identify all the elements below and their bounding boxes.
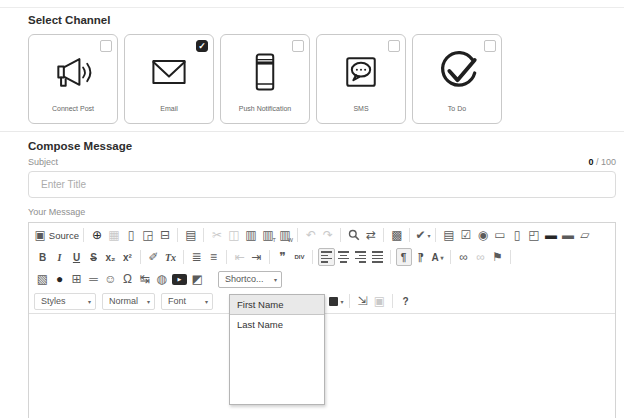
bulleted-list-icon[interactable]: ≡ — [206, 248, 222, 266]
align-left-icon[interactable] — [318, 248, 335, 266]
subject-input[interactable] — [28, 171, 616, 198]
flash-icon[interactable]: ● — [52, 270, 68, 288]
toolbar-separator — [435, 228, 436, 242]
channel-label: Push Notification — [221, 105, 309, 112]
format-dropdown[interactable]: Normal▾ — [102, 293, 155, 310]
spell-check-icon[interactable]: ✔▾ — [415, 226, 431, 244]
toolbar-separator — [140, 250, 141, 264]
special-character-icon[interactable]: Ω — [120, 270, 136, 288]
redo-icon: ↷ — [320, 226, 336, 244]
print-icon[interactable]: ⊟ — [157, 226, 173, 244]
toolbar-separator — [409, 228, 410, 242]
horizontal-line-icon[interactable]: ═ — [86, 270, 102, 288]
image2-icon[interactable]: ◩ — [190, 270, 206, 288]
toolbar-separator — [83, 228, 84, 242]
shortcode-dropdown[interactable]: Shortco...▾ — [218, 271, 282, 288]
blockquote-icon[interactable]: ❞ — [275, 248, 291, 266]
align-center-icon[interactable] — [336, 248, 352, 266]
smiley-icon[interactable]: ☺ — [103, 270, 119, 288]
table-icon[interactable]: ⊞ — [69, 270, 85, 288]
channel-label: Connect Post — [29, 105, 117, 112]
anchor-icon[interactable]: ⚑ — [490, 248, 506, 266]
decrease-indent-icon: ⇤ — [232, 248, 248, 266]
shortcode-option-first-name[interactable]: First Name — [230, 295, 324, 315]
channel-card-connect-post[interactable]: ✓ Connect Post — [28, 34, 118, 124]
subscript-button[interactable]: x₂ — [103, 248, 119, 266]
cut-icon: ✂ — [209, 226, 225, 244]
link-icon[interactable]: ∞ — [456, 248, 472, 266]
toolbar-separator — [183, 250, 184, 264]
checkbox-field-icon[interactable]: ☑ — [458, 226, 474, 244]
preview-icon[interactable]: ◲ — [140, 226, 156, 244]
iframe-icon[interactable]: ◍ — [154, 270, 170, 288]
channel-label: To Do — [413, 105, 501, 112]
check-circle-icon — [413, 43, 501, 101]
align-right-icon[interactable] — [353, 248, 369, 266]
channel-cards: ✓ Connect Post ✓ Email — [28, 34, 616, 124]
align-justify-icon[interactable] — [370, 248, 386, 266]
remove-format-button[interactable]: Tx — [163, 248, 179, 266]
strikethrough-button[interactable]: S — [86, 248, 102, 266]
char-counter: 0 / 100 — [588, 157, 616, 167]
your-message-label: Your Message — [28, 207, 616, 217]
youtube-icon[interactable]: ▶ — [172, 274, 187, 285]
underline-button[interactable]: U — [69, 248, 85, 266]
maximize-icon[interactable]: ⇲ — [355, 292, 371, 310]
copy-formatting-icon[interactable]: ✐ — [146, 248, 162, 266]
font-dropdown[interactable]: Font▾ — [161, 293, 213, 310]
toolbar-separator — [392, 294, 393, 308]
source-button[interactable]: ▣Source — [35, 226, 79, 244]
text-direction-rtl-icon[interactable]: ¶ — [413, 248, 429, 266]
channel-card-email[interactable]: ✓ Email — [124, 34, 214, 124]
paste-from-word-icon[interactable]: ▥W — [277, 226, 293, 244]
form-icon[interactable]: ▤ — [441, 226, 457, 244]
styles-dropdown[interactable]: Styles▾ — [34, 293, 96, 310]
page-break-icon[interactable]: ↹ — [137, 270, 153, 288]
toolbar-separator — [349, 294, 350, 308]
toolbar-separator — [383, 228, 384, 242]
save-icon: ▦ — [106, 226, 122, 244]
toolbar-separator — [510, 250, 511, 264]
circle-plus-icon[interactable]: ⊕ — [89, 226, 105, 244]
replace-icon[interactable]: ⇄ — [363, 226, 379, 244]
numbered-list-icon[interactable]: ≣ — [189, 248, 205, 266]
select-all-icon[interactable]: ▩ — [389, 226, 405, 244]
italic-button[interactable]: I — [52, 248, 68, 266]
div-container-button[interactable]: DIV — [292, 248, 308, 266]
new-page-icon[interactable]: ▯ — [123, 226, 139, 244]
text-color-icon[interactable]: ▾ — [329, 292, 345, 310]
compose-message-title: Compose Message — [28, 140, 616, 152]
about-button[interactable]: ? — [398, 292, 414, 310]
unlink-icon: ∞ — [473, 248, 489, 266]
channel-card-push[interactable]: ✓ Push Notification — [220, 34, 310, 124]
toolbar-separator — [390, 250, 391, 264]
image-button-icon[interactable]: ▬ — [560, 226, 576, 244]
channel-card-todo[interactable]: ✓ To Do — [412, 34, 502, 124]
increase-indent-icon[interactable]: ⇥ — [249, 248, 265, 266]
bold-button[interactable]: B — [35, 248, 51, 266]
shortcode-dropdown-panel: First Name Last Name — [229, 294, 325, 405]
shortcode-option-last-name[interactable]: Last Name — [230, 315, 324, 334]
copy-icon: ◫ — [226, 226, 242, 244]
subject-label: Subject — [28, 157, 58, 167]
undo-icon: ↶ — [303, 226, 319, 244]
radio-button-icon[interactable]: ◉ — [475, 226, 491, 244]
paste-plain-text-icon[interactable]: ▥T — [260, 226, 276, 244]
toolbar-separator — [226, 250, 227, 264]
find-icon[interactable] — [346, 226, 362, 244]
image-icon[interactable]: ▧ — [35, 270, 51, 288]
channel-card-sms[interactable]: ✓ SMS — [316, 34, 406, 124]
button-field-icon[interactable]: ▬ — [543, 226, 559, 244]
superscript-button[interactable]: x² — [120, 248, 136, 266]
page-top-rule — [0, 0, 624, 8]
paste-icon[interactable]: ▥ — [243, 226, 259, 244]
templates-icon[interactable]: ▤ — [183, 226, 199, 244]
toolbar-separator — [312, 250, 313, 264]
hidden-field-icon[interactable]: ▱ — [577, 226, 593, 244]
text-direction-ltr-icon[interactable]: ¶ — [396, 248, 412, 266]
textarea-icon[interactable]: ▯ — [509, 226, 525, 244]
show-blocks-icon: ▣ — [372, 292, 388, 310]
select-field-icon[interactable]: ◰ — [526, 226, 542, 244]
language-dropdown[interactable]: A▾ — [430, 248, 446, 266]
text-field-icon[interactable]: ▭ — [492, 226, 508, 244]
